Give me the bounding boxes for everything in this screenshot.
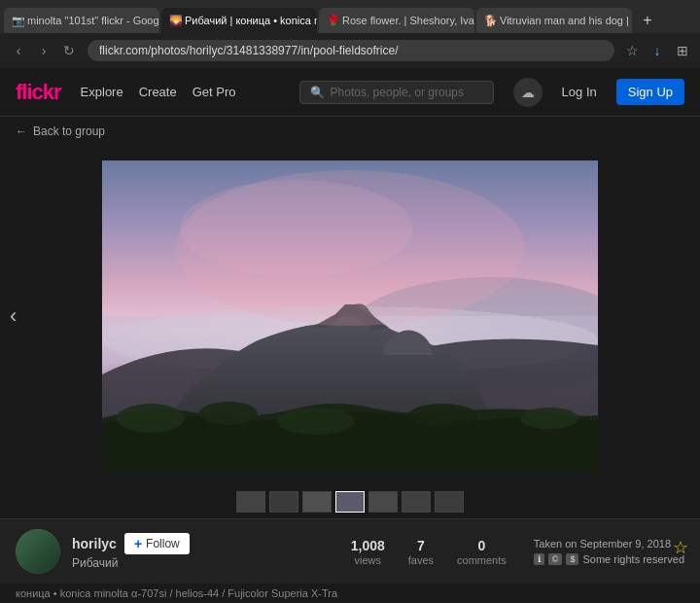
filmstrip-thumb-3[interactable] bbox=[302, 491, 332, 513]
forward-button[interactable]: › bbox=[33, 40, 54, 61]
tab-3-favicon: 🌹 bbox=[327, 15, 338, 26]
faves-label: faves bbox=[408, 554, 434, 566]
license-info: ℹ © $ Some rights reserved bbox=[534, 553, 684, 565]
browser-actions: ☆ ↓ ⊞ bbox=[622, 41, 692, 60]
svg-point-11 bbox=[180, 180, 413, 277]
photo-info-bar: horilyc + Follow Рибачий 1,008 views 7 f… bbox=[0, 518, 700, 584]
svg-point-9 bbox=[520, 408, 578, 429]
signup-button[interactable]: Sign Up bbox=[616, 79, 684, 105]
comments-stat: 0 comments bbox=[457, 538, 507, 566]
faves-value: 7 bbox=[417, 538, 425, 553]
dollar-badge[interactable]: $ bbox=[566, 553, 578, 565]
nav-getpro[interactable]: Get Pro bbox=[192, 85, 236, 99]
tab-4-label: Vitruvian man and his dog | Turi... bbox=[500, 15, 632, 26]
login-button[interactable]: Log In bbox=[552, 79, 607, 105]
browser-chrome: 📷 minolta "101st" flickr - Google... ✕ 🌄… bbox=[0, 0, 700, 68]
svg-point-7 bbox=[277, 408, 355, 435]
tab-2-favicon: 🌄 bbox=[169, 15, 181, 26]
tab-1-favicon: 📷 bbox=[12, 15, 23, 26]
flickr-logo[interactable]: flickr bbox=[16, 80, 61, 105]
flickr-nav: Explore Create Get Pro bbox=[81, 85, 236, 99]
stats-section: 1,008 views 7 faves 0 comments bbox=[351, 538, 507, 566]
extension-icon[interactable]: ⊞ bbox=[673, 41, 692, 60]
taken-info: Taken on September 9, 2018 ℹ © $ Some ri… bbox=[534, 538, 684, 565]
filmstrip-thumb-6[interactable] bbox=[402, 491, 431, 513]
cc-badge[interactable]: © bbox=[548, 553, 563, 565]
flickr-app: flickr Explore Create Get Pro 🔍 Photos, … bbox=[0, 68, 700, 603]
upload-icon: ☁ bbox=[521, 85, 535, 100]
tab-2[interactable]: 🌄 Рибачий | коница • konica min... ✕ bbox=[161, 8, 317, 33]
info-badge[interactable]: ℹ bbox=[534, 553, 544, 565]
avatar-image bbox=[16, 529, 60, 574]
tab-1[interactable]: 📷 minolta "101st" flickr - Google... ✕ bbox=[4, 8, 159, 33]
photo-area: ‹ bbox=[0, 146, 700, 485]
follow-plus-icon: + bbox=[134, 536, 142, 551]
photo-description: коница • konica minolta α-707si / helios… bbox=[0, 584, 700, 603]
username-row: horilyc + Follow bbox=[72, 533, 190, 554]
back-to-group-link[interactable]: ← Back to group bbox=[0, 117, 700, 146]
follow-label: Follow bbox=[146, 537, 180, 550]
nav-buttons: ‹ › ↻ bbox=[8, 40, 80, 61]
views-label: views bbox=[354, 554, 381, 566]
tab-1-label: minolta "101st" flickr - Google... bbox=[27, 15, 159, 26]
url-input[interactable]: flickr.com/photos/horilyc/31481338977/in… bbox=[88, 40, 614, 61]
bookmark-icon[interactable]: ☆ bbox=[622, 41, 642, 60]
filmstrip: ☆ bbox=[0, 485, 700, 518]
svg-point-5 bbox=[117, 404, 185, 433]
url-text: flickr.com/photos/horilyc/31481338977/in… bbox=[99, 44, 399, 57]
nav-create[interactable]: Create bbox=[139, 85, 177, 99]
favorite-star[interactable]: ☆ bbox=[673, 537, 688, 558]
address-bar: ‹ › ↻ flickr.com/photos/horilyc/31481338… bbox=[0, 33, 700, 68]
search-icon: 🔍 bbox=[310, 86, 325, 99]
header-actions: ☁ Log In Sign Up bbox=[513, 78, 684, 107]
search-placeholder: Photos, people, or groups bbox=[331, 86, 464, 99]
tab-3[interactable]: 🌹 Rose flower. | Sheshory, Ivano-F... ✕ bbox=[319, 8, 474, 33]
new-tab-button[interactable]: + bbox=[634, 8, 661, 33]
follow-button[interactable]: + Follow bbox=[124, 533, 190, 554]
prev-photo-button[interactable]: ‹ bbox=[10, 303, 17, 329]
user-info: horilyc + Follow Рибачий bbox=[72, 533, 190, 570]
tab-3-label: Rose flower. | Sheshory, Ivano-F... bbox=[342, 15, 474, 26]
svg-point-6 bbox=[199, 402, 258, 425]
username[interactable]: horilyc bbox=[72, 536, 117, 551]
back-to-group-label: Back to group bbox=[33, 124, 105, 138]
download-icon[interactable]: ↓ bbox=[648, 41, 667, 60]
tab-4[interactable]: 🐕 Vitruvian man and his dog | Turi... ✕ bbox=[476, 8, 632, 33]
user-avatar[interactable] bbox=[16, 529, 60, 574]
nav-explore[interactable]: Explore bbox=[81, 85, 123, 99]
reload-button[interactable]: ↻ bbox=[58, 40, 80, 61]
search-bar[interactable]: 🔍 Photos, people, or groups bbox=[299, 81, 494, 104]
filmstrip-thumb-4[interactable] bbox=[335, 491, 365, 513]
tab-4-favicon: 🐕 bbox=[484, 15, 496, 26]
views-value: 1,008 bbox=[351, 538, 385, 553]
upload-button[interactable]: ☁ bbox=[513, 78, 542, 107]
back-arrow-icon: ← bbox=[16, 124, 27, 138]
faves-stat: 7 faves bbox=[408, 538, 434, 566]
filmstrip-thumb-7[interactable] bbox=[435, 491, 464, 513]
tab-bar: 📷 minolta "101st" flickr - Google... ✕ 🌄… bbox=[0, 0, 700, 33]
main-photo bbox=[102, 160, 598, 472]
comments-value: 0 bbox=[478, 538, 486, 553]
rights-label: Some rights reserved bbox=[582, 553, 684, 565]
taken-date: Taken on September 9, 2018 bbox=[534, 538, 684, 550]
filmstrip-thumb-1[interactable] bbox=[236, 491, 265, 513]
filmstrip-thumb-5[interactable] bbox=[368, 491, 398, 513]
tab-2-label: Рибачий | коница • konica min... bbox=[185, 15, 317, 26]
svg-point-8 bbox=[408, 404, 476, 427]
views-stat: 1,008 views bbox=[351, 538, 385, 566]
comments-label: comments bbox=[457, 554, 507, 566]
filmstrip-thumb-2[interactable] bbox=[269, 491, 298, 513]
flickr-header: flickr Explore Create Get Pro 🔍 Photos, … bbox=[0, 68, 700, 117]
photo-title: Рибачий bbox=[72, 556, 190, 570]
back-button[interactable]: ‹ bbox=[8, 40, 29, 61]
